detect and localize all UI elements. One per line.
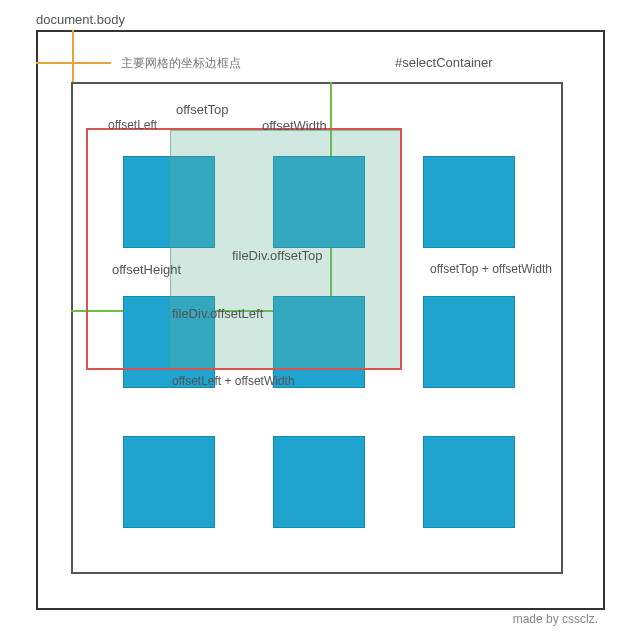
file-square [423, 156, 515, 248]
label-top-plus-width: offsetTop + offsetWidth [430, 262, 552, 276]
file-square [123, 436, 215, 528]
label-document-body: document.body [36, 12, 125, 27]
label-left-plus-width: offsetLeft + offsetWidth [172, 374, 295, 388]
file-square [423, 296, 515, 388]
label-select-container: #selectContainer [395, 55, 493, 70]
orange-guide-vertical [72, 30, 74, 85]
label-file-offset-top: fileDiv.offsetTop [232, 248, 323, 263]
label-file-offset-left: fileDiv.offsetLeft [172, 306, 263, 321]
file-square [273, 436, 365, 528]
red-guide-right [400, 128, 402, 370]
label-offset-left: offsetLeft [108, 118, 157, 132]
label-offset-top: offsetTop [176, 102, 229, 117]
label-offset-height: offsetHeight [112, 262, 181, 277]
red-guide-left [86, 128, 88, 370]
credit: made by cssclz. [513, 612, 598, 626]
file-square [423, 436, 515, 528]
red-guide-bottom [86, 368, 402, 370]
label-offset-width: offsetWidth [262, 118, 327, 133]
caption: 主要网格的坐标边框点 [121, 55, 241, 72]
diagram-stage: document.body 主要网格的坐标边框点 #selectContaine… [0, 0, 640, 640]
